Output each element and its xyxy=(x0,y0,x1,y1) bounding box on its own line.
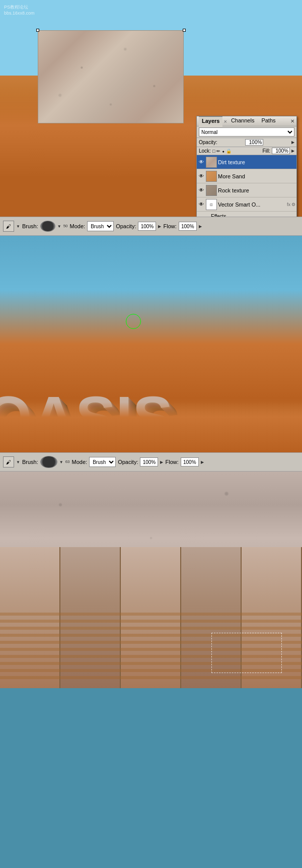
mode-label: Mode: xyxy=(70,223,86,229)
flow-value-box-2[interactable]: 100% xyxy=(181,457,199,466)
layer-name: Vector Smart O... xyxy=(218,202,286,208)
visibility-icon[interactable]: 👁 xyxy=(198,201,205,208)
toolbar-strip-1: 🖌 ▼ Brush: ▼ 50 Mode: Brush Opacity: 100… xyxy=(0,217,302,236)
layer-rock-texture[interactable]: 👁 Rock texture xyxy=(197,183,296,197)
layer-name: Dirt texture xyxy=(218,159,295,165)
brush-size-value: 50 xyxy=(63,224,68,228)
sub-layer-effects[interactable]: Effects xyxy=(197,212,296,217)
flow-value-box[interactable]: 100% xyxy=(179,222,197,231)
close-button[interactable]: ✕ xyxy=(290,118,294,124)
fill-value[interactable]: 100% xyxy=(272,148,290,154)
brush-size-group: 50 xyxy=(63,224,68,228)
brush-tool-button-2[interactable]: 🖌 xyxy=(3,456,14,468)
brush-size-value-2: 63 xyxy=(65,460,70,464)
flow-label: Flow: xyxy=(163,223,176,229)
fill-label: Fill: xyxy=(262,148,270,154)
visibility-icon[interactable]: 👁 xyxy=(198,187,205,194)
top-desert-scene: PS教程论坛 bbs.16xx8.com Layers × Channels P… xyxy=(0,0,302,217)
selection-handle-topleft xyxy=(36,29,39,32)
brush-tool-button[interactable]: 🖌 xyxy=(3,221,14,232)
tab-paths[interactable]: Paths xyxy=(258,116,278,126)
effects-label: Effects xyxy=(211,214,226,217)
mode-row: Normal xyxy=(197,126,296,138)
lock-position-icon[interactable]: ⬥ xyxy=(222,149,224,154)
brush-size-dropdown-2[interactable]: ▼ xyxy=(59,460,63,464)
layer-thumb xyxy=(206,185,217,196)
layer-name: Rock texture xyxy=(218,187,295,193)
brush-dropdown-arrow[interactable]: ▼ xyxy=(16,224,20,229)
lock-transparency-icon[interactable]: □ xyxy=(212,149,215,154)
lock-row: Lock: □ ✏ ⬥ 🔒 Fill: 100% ▶ xyxy=(197,147,296,155)
opacity-label: Opacity: xyxy=(116,223,136,229)
layers-panel: Layers × Channels Paths ✕ Normal Opacity… xyxy=(196,116,297,217)
lock-all-icon[interactable]: 🔒 xyxy=(226,149,232,154)
stone-texture-block xyxy=(38,30,184,123)
visibility-icon[interactable]: 👁 xyxy=(198,159,205,166)
opacity-increment-arrow-2[interactable]: ▶ xyxy=(160,460,163,464)
mode-label-2: Mode: xyxy=(72,459,88,465)
layers-tabs: Layers × Channels Paths xyxy=(199,116,290,126)
tab-separator: × xyxy=(223,116,226,126)
layer-dirt-texture[interactable]: 👁 Dirt texture xyxy=(197,155,296,169)
tab-layers[interactable]: Layers xyxy=(199,116,222,126)
toolbar-strip-2: 🖌 ▼ Brush: ▼ 63 Mode: Brush Opacity: 100… xyxy=(0,452,302,472)
flow-increment-arrow[interactable]: ▶ xyxy=(199,224,202,229)
opacity-row: Opacity: 100% ▶ xyxy=(197,138,296,147)
fill-arrow[interactable]: ▶ xyxy=(291,149,294,153)
brush-label-2: Brush: xyxy=(22,459,38,465)
selection-handle-topright xyxy=(183,29,186,32)
brush-mode-select[interactable]: Brush xyxy=(87,221,114,231)
tab-channels[interactable]: Channels xyxy=(228,116,257,126)
opacity-value-box[interactable]: 100% xyxy=(138,222,156,231)
layer-name: More Sand xyxy=(218,173,295,179)
opacity-value-box-2[interactable]: 100% xyxy=(140,457,158,466)
blend-mode-select[interactable]: Normal xyxy=(199,127,294,137)
brush-icon-2: 🖌 xyxy=(6,459,11,465)
brush-cursor xyxy=(126,314,141,329)
watermark: PS教程论坛 bbs.16xx8.com xyxy=(4,4,35,16)
brush-size-dropdown[interactable]: ▼ xyxy=(57,224,61,229)
brush-size-group-2: 63 xyxy=(65,460,70,464)
layers-titlebar: Layers × Channels Paths ✕ xyxy=(197,116,296,126)
brush-mode-select-2[interactable]: Brush xyxy=(89,457,116,467)
flow-increment-arrow-2[interactable]: ▶ xyxy=(201,460,204,464)
brush-preview-2[interactable] xyxy=(40,456,57,468)
opacity-arrow[interactable]: ▶ xyxy=(291,140,294,145)
layer-vector-smart[interactable]: 👁 ◫ Vector Smart O... fx ⚙ xyxy=(197,197,296,212)
opacity-value[interactable]: 100% xyxy=(245,139,263,146)
sand-layer xyxy=(0,402,302,452)
layer-thumb xyxy=(206,157,217,168)
lock-pixels-icon[interactable]: ✏ xyxy=(216,149,220,154)
flow-label-2: Flow: xyxy=(165,459,178,465)
bottom-scene xyxy=(0,472,302,688)
opacity-label: Opacity: xyxy=(199,140,217,145)
brush-label: Brush: xyxy=(22,223,38,229)
brush-dropdown-arrow-2[interactable]: ▼ xyxy=(16,460,20,464)
selection-outline xyxy=(211,633,282,673)
layer-thumb: ◫ xyxy=(206,199,217,210)
lock-label: Lock: xyxy=(199,148,211,154)
fx-badge: fx xyxy=(287,202,290,207)
layer-thumb xyxy=(206,171,217,182)
opacity-increment-arrow[interactable]: ▶ xyxy=(158,224,161,229)
visibility-icon[interactable]: 👁 xyxy=(198,173,205,180)
brush-preview[interactable] xyxy=(40,221,55,232)
opacity-label-2: Opacity: xyxy=(118,459,138,465)
brush-icon: 🖌 xyxy=(6,224,11,229)
layer-more-sand[interactable]: 👁 More Sand xyxy=(197,169,296,183)
oasis-scene: O A S I S xyxy=(0,236,302,452)
